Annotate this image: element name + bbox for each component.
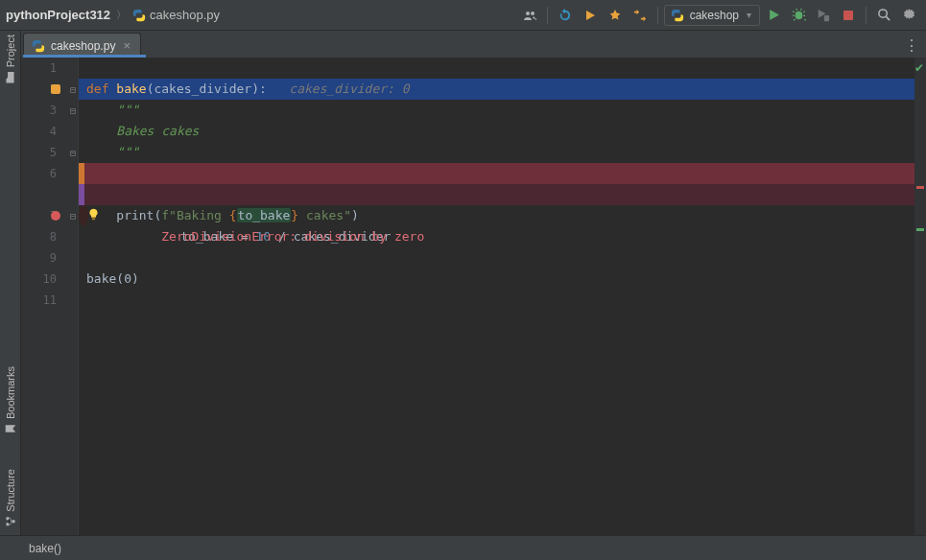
string: cakes" <box>298 208 351 222</box>
debug-button[interactable] <box>787 4 810 27</box>
tool-window-project[interactable]: Project <box>4 35 16 83</box>
docstring: Bakes cakes <box>86 124 199 138</box>
brace: { <box>229 208 237 222</box>
tab-label: cakeshop.py <box>51 39 115 53</box>
gutter-line-5[interactable]: 5⊟ <box>21 142 78 163</box>
breakpoint-icon[interactable] <box>51 211 60 221</box>
tool-window-structure[interactable]: Structure <box>5 469 16 527</box>
gutter-line-8[interactable]: 8 <box>21 226 78 247</box>
inlay-hint: cakes_divider: 0 <box>267 82 410 96</box>
vcs-update-icon[interactable] <box>554 4 577 27</box>
folder-icon <box>4 71 16 83</box>
toolbar-separator <box>657 7 658 24</box>
chevron-down-icon: ▾ <box>747 10 751 20</box>
error-marker[interactable] <box>916 186 924 189</box>
gutter-line-9[interactable]: 9 <box>21 247 78 268</box>
code-line-8[interactable] <box>79 226 914 247</box>
gutter[interactable]: 1 2 ⊟ 3⊟ 4 5⊟ 6 7 ⊟ 8 9 10 11 <box>21 58 79 535</box>
toolbar-separator <box>866 7 867 24</box>
python-file-icon <box>132 9 146 22</box>
code-area[interactable]: def bake(cakes_divider): cakes_divider: … <box>79 58 914 535</box>
breadcrumb-file[interactable]: cakeshop.py <box>132 8 220 22</box>
vcs-commit-icon[interactable] <box>604 4 627 27</box>
project-label: Project <box>5 35 16 67</box>
editor[interactable]: 1 2 ⊟ 3⊟ 4 5⊟ 6 7 ⊟ 8 9 10 11 def bake(c… <box>21 58 926 535</box>
error-stripe-bar[interactable]: ✔ <box>914 58 926 535</box>
function-name: bake <box>116 82 146 96</box>
code-line-9[interactable] <box>79 247 914 268</box>
status-frame[interactable]: bake() <box>29 542 61 555</box>
fold-end-icon[interactable]: ⊟ <box>70 148 76 158</box>
toolbar: cakeshop ▾ <box>518 4 920 27</box>
breadcrumb-project[interactable]: pythonProject312 <box>6 8 110 22</box>
svg-rect-1 <box>843 11 853 20</box>
code-line-11[interactable] <box>79 290 914 311</box>
run-config-label: cakeshop <box>690 9 739 22</box>
code-line-10[interactable]: bake(0) <box>79 268 914 290</box>
bookmarks-label: Bookmarks <box>5 366 16 419</box>
code-line-6[interactable]: to_bake = 10 / cakes_divider <box>79 163 914 184</box>
gutter-line-4[interactable]: 4 <box>21 121 78 142</box>
tool-window-strip: Project Bookmarks Structure <box>0 31 21 535</box>
vcs-push-icon[interactable] <box>629 4 652 27</box>
status-bar: bake() <box>0 535 926 560</box>
run-coverage-button[interactable] <box>812 4 835 27</box>
gutter-line-2[interactable]: 2 ⊟ <box>21 79 78 100</box>
structure-icon <box>5 516 16 527</box>
python-file-icon <box>32 39 45 53</box>
close-icon[interactable]: × <box>121 38 132 53</box>
code-line-3[interactable]: """ <box>79 100 914 121</box>
string: f"Baking <box>161 208 228 222</box>
signature: (cakes_divider): <box>147 82 267 96</box>
brace: } <box>291 208 298 222</box>
stop-button[interactable] <box>837 4 860 27</box>
code-line-6-error[interactable]: ZeroDivisionError: division by zero <box>79 184 914 205</box>
error-stripe <box>79 163 84 184</box>
variable-highlight: to_bake <box>237 208 292 222</box>
navigation-bar: pythonProject312 〉 cakeshop.py cakeshop … <box>0 0 926 31</box>
paren: ) <box>351 208 359 222</box>
fold-icon[interactable]: ⊟ <box>70 84 76 95</box>
code-with-me-icon[interactable] <box>518 4 541 27</box>
gutter-line-1[interactable]: 1 <box>21 58 78 79</box>
search-everywhere-button[interactable] <box>872 4 895 27</box>
ok-marker[interactable] <box>916 228 924 231</box>
gutter-line-7[interactable]: 7 ⊟ <box>21 205 78 226</box>
call: bake(0) <box>86 271 139 286</box>
vcs-run-icon[interactable] <box>579 4 602 27</box>
inspections-ok-icon[interactable]: ✔ <box>914 61 924 75</box>
svg-rect-0 <box>824 15 829 21</box>
code-line-2[interactable]: def bake(cakes_divider): cakes_divider: … <box>79 79 914 100</box>
code-line-1[interactable] <box>79 58 914 79</box>
breadcrumb-file-label: cakeshop.py <box>150 8 220 22</box>
builtin: print <box>86 208 154 222</box>
fold-end-icon[interactable]: ⊟ <box>70 211 76 222</box>
python-file-icon <box>671 9 684 22</box>
docstring: """ <box>86 103 139 117</box>
tool-window-bookmarks[interactable]: Bookmarks <box>5 366 16 434</box>
run-button[interactable] <box>762 4 785 27</box>
keyword: def <box>86 82 116 96</box>
tab-overflow-icon[interactable]: ⋮ <box>904 36 920 55</box>
gutter-line-6err[interactable] <box>21 184 78 205</box>
gutter-line-10[interactable]: 10 <box>21 268 78 290</box>
settings-button[interactable] <box>897 4 920 27</box>
gutter-line-3[interactable]: 3⊟ <box>21 100 78 121</box>
structure-label: Structure <box>5 469 16 512</box>
toolbar-separator <box>547 7 548 24</box>
run-config-selector[interactable]: cakeshop ▾ <box>664 5 760 26</box>
fold-icon[interactable]: ⊟ <box>70 105 76 116</box>
bookmark-icon[interactable] <box>51 84 60 94</box>
code-line-7[interactable]: print(f"Baking {to_bake} cakes") <box>79 205 88 226</box>
svg-point-2 <box>878 10 886 17</box>
gutter-line-6[interactable]: 6 <box>21 163 78 184</box>
gutter-line-11[interactable]: 11 <box>21 290 78 311</box>
docstring: """ <box>86 145 139 159</box>
code-line-5[interactable]: """ <box>79 142 914 163</box>
code-line-4[interactable]: Bakes cakes <box>79 121 914 142</box>
error-inlay-stripe <box>79 184 84 205</box>
breadcrumb[interactable]: pythonProject312 〉 cakeshop.py <box>6 8 220 22</box>
chevron-right-icon: 〉 <box>114 8 129 22</box>
bookmark-icon <box>5 423 16 434</box>
editor-tabs: cakeshop.py × ⋮ <box>0 31 926 58</box>
